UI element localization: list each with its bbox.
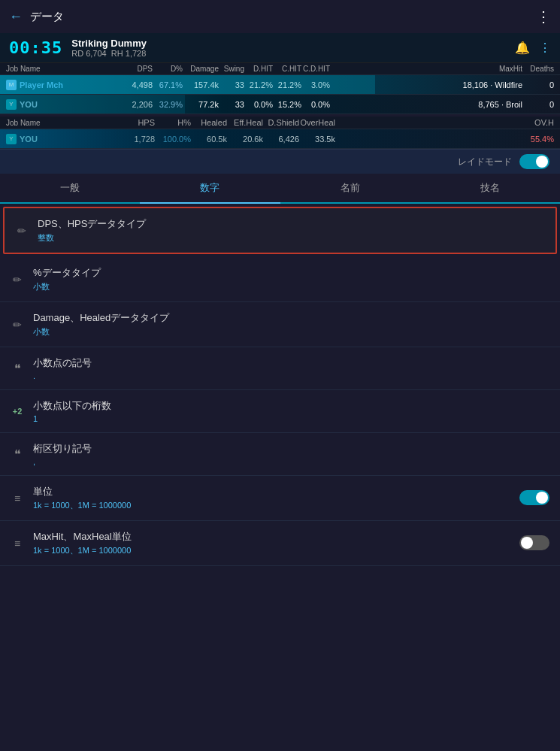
tab-general[interactable]: 一般 — [0, 174, 140, 204]
dps-table-header: Job Name DPS D% Damage Swing D.HIT C.HIT… — [0, 63, 560, 75]
setting-subtitle-3: . — [33, 371, 549, 380]
timer-menu-icon[interactable]: ⋮ — [539, 41, 551, 55]
player-name-col-mch: M Player Mch — [6, 80, 119, 90]
setting-subtitle-0: 整数 — [38, 232, 545, 244]
mch-dhit: 21.2% — [244, 80, 273, 89]
tab-skills[interactable]: 技名 — [420, 174, 560, 204]
setting-units[interactable]: ≡ 単位 1k = 1000、1M = 1000000 — [0, 476, 560, 521]
setting-subtitle-4: 1 — [33, 414, 549, 423]
timer-display: 00:35 — [9, 38, 62, 57]
setting-content-4: 小数点以下の桁数 1 — [33, 399, 549, 423]
setting-content-5: 桁区切り記号 , — [33, 442, 549, 466]
hps-header-hps: HPS — [119, 118, 155, 127]
you-ovh: 55.4% — [335, 135, 554, 144]
settings-list: ✏ DPS、HPSデータタイプ 整数 ✏ %データタイプ 小数 ✏ Damage… — [0, 207, 560, 566]
hps-header-ovh: OV.H — [335, 118, 554, 127]
mch-dps: 4,498 — [119, 80, 153, 89]
setting-content-7: MaxHit、MaxHeal単位 1k = 1000、1M = 1000000 — [33, 530, 510, 556]
quote-icon-5: ❝ — [11, 447, 24, 462]
header-maxhit: MaxHit — [330, 65, 522, 73]
setting-subtitle-5: , — [33, 457, 549, 466]
header-swing: Swing — [219, 65, 244, 73]
player-name-mch: Player Mch — [20, 80, 63, 89]
setting-content-0: DPS、HPSデータタイプ 整数 — [38, 217, 545, 244]
player-name-col-you: Y YOU — [6, 99, 119, 110]
setting-subtitle-6: 1k = 1000、1M = 1000000 — [33, 500, 510, 511]
setting-title-7: MaxHit、MaxHeal単位 — [33, 530, 510, 544]
setting-content-6: 単位 1k = 1000、1M = 1000000 — [33, 485, 510, 511]
setting-decimal-symbol[interactable]: ❝ 小数点の記号 . — [0, 347, 560, 390]
you-maxhit: 8,765 · Broil — [330, 100, 522, 109]
page-title: データ — [30, 10, 64, 24]
hps-header-name: Job Name — [6, 119, 119, 127]
setting-title-2: Damage、Healedデータタイプ — [33, 311, 549, 325]
you-dshield: 6,426 — [263, 135, 299, 144]
player-row-mch[interactable]: M Player Mch 4,498 67.1% 157.4k 33 21.2%… — [0, 75, 560, 95]
heal-player-name: YOU — [20, 135, 38, 144]
notification-icon[interactable]: 🔔 — [515, 41, 530, 55]
maxhit-toggle[interactable] — [519, 535, 549, 550]
mch-cdhit: 3.0% — [301, 80, 330, 89]
you-eff-heal: 20.6k — [227, 135, 263, 144]
you-dhit: 0.0% — [244, 100, 273, 109]
mch-chit: 21.2% — [273, 80, 301, 89]
you-swing: 33 — [219, 100, 244, 109]
hps-table-header: Job Name HPS H% Healed Eff.Heal D.Shield… — [0, 117, 560, 129]
you-dmg: 77.2k — [183, 100, 219, 109]
setting-subtitle-7: 1k = 1000、1M = 1000000 — [33, 545, 510, 556]
raid-mode-toggle[interactable] — [519, 154, 549, 169]
header-chit: C.HIT — [273, 65, 301, 73]
setting-pct-type[interactable]: ✏ %データタイプ 小数 — [0, 257, 560, 302]
plus2-icon-4: +2 — [11, 407, 24, 416]
menu-button[interactable]: ⋮ — [536, 8, 551, 26]
raid-mode-toggle-knob — [536, 156, 548, 168]
mch-deaths: 0 — [522, 80, 554, 89]
edit-icon-2: ✏ — [11, 319, 24, 331]
you-dps: 2,206 — [119, 100, 153, 109]
tab-numbers[interactable]: 数字 — [140, 174, 280, 204]
setting-title-0: DPS、HPSデータタイプ — [38, 217, 545, 231]
you-overheal: 33.5k — [299, 135, 335, 144]
you-deaths: 0 — [522, 100, 554, 109]
setting-content-1: %データタイプ 小数 — [33, 266, 549, 292]
quote-icon-3: ❝ — [11, 362, 24, 376]
list-icon-7: ≡ — [11, 538, 24, 550]
header-dps: DPS — [119, 65, 153, 73]
units-toggle[interactable] — [519, 490, 549, 505]
tab-names[interactable]: 名前 — [280, 174, 420, 204]
maxhit-toggle-knob — [521, 537, 533, 549]
header-cdhit: C.D.HIT — [301, 65, 330, 73]
you-healed: 60.5k — [191, 135, 227, 144]
heal-job-icon: Y — [6, 134, 17, 144]
setting-damage-healed-type[interactable]: ✏ Damage、Healedデータタイプ 小数 — [0, 302, 560, 347]
setting-thousands-symbol[interactable]: ❝ 桁区切り記号 , — [0, 433, 560, 476]
timer-sub: RD 6,704 RH 1,728 — [71, 49, 147, 58]
setting-maxhit-maxheal-units[interactable]: ≡ MaxHit、MaxHeal単位 1k = 1000、1M = 100000… — [0, 521, 560, 566]
hps-header-hpct: H% — [155, 118, 191, 127]
setting-content-3: 小数点の記号 . — [33, 356, 549, 380]
you-hps: 1,728 — [119, 135, 155, 144]
timer-section: 00:35 Striking Dummy RD 6,704 RH 1,728 🔔… — [0, 33, 560, 63]
top-bar: ← データ ⋮ — [0, 0, 560, 33]
you-cdhit: 0.0% — [301, 100, 330, 109]
heal-player-name-col: Y YOU — [6, 134, 119, 144]
raid-mode-label: レイドモード — [458, 156, 512, 168]
setting-subtitle-1: 小数 — [33, 281, 549, 292]
mch-maxhit: 18,106 · Wildfire — [330, 80, 522, 89]
mch-dmg: 157.4k — [183, 80, 219, 89]
player-name-you: YOU — [20, 100, 38, 109]
header-dpct: D% — [153, 65, 183, 73]
heal-row-you[interactable]: Y YOU 1,728 100.0% 60.5k 20.6k 6,426 33.… — [0, 129, 560, 149]
back-button[interactable]: ← — [9, 9, 23, 25]
setting-dps-hps-type[interactable]: ✏ DPS、HPSデータタイプ 整数 — [3, 207, 557, 254]
top-bar-left: ← データ — [9, 9, 64, 25]
tabs-bar: 一般 数字 名前 技名 — [0, 174, 560, 204]
hps-header-eff-heal: Eff.Heal — [227, 118, 263, 127]
player-row-you[interactable]: Y YOU 2,206 32.9% 77.2k 33 0.0% 15.2% 0.… — [0, 95, 560, 114]
list-icon-6: ≡ — [11, 492, 24, 504]
setting-decimal-places[interactable]: +2 小数点以下の桁数 1 — [0, 390, 560, 433]
setting-title-3: 小数点の記号 — [33, 356, 549, 370]
timer-icons: 🔔 ⋮ — [515, 41, 551, 55]
hps-header-dshield: D.Shield — [263, 118, 299, 127]
mch-dpct: 67.1% — [153, 80, 183, 89]
